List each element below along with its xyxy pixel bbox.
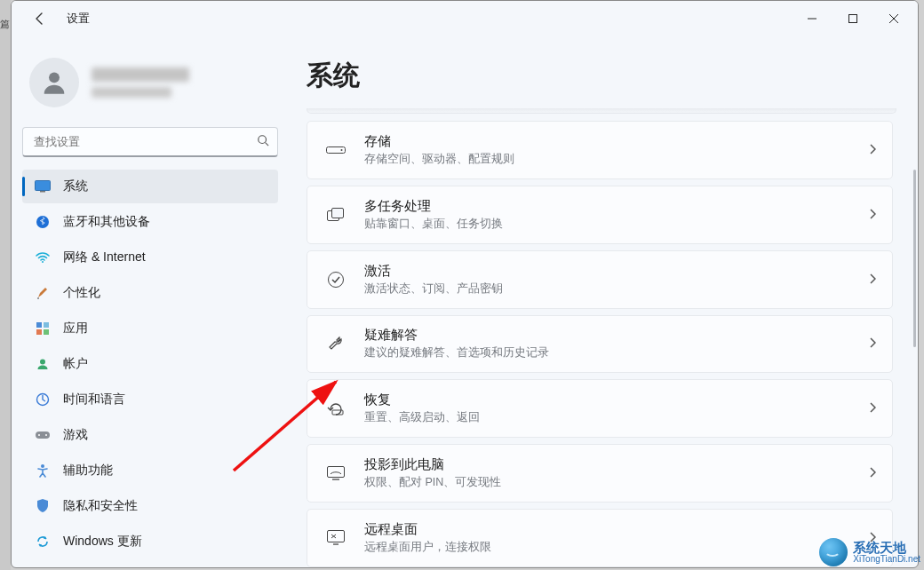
card-projecting[interactable]: 投影到此电脑权限、配对 PIN、可发现性 [307,444,893,503]
search-icon [257,134,269,150]
card-sub: 权限、配对 PIN、可发现性 [364,475,501,490]
card-title: 激活 [364,263,503,280]
nav-time-language[interactable]: 时间和语言 [22,383,278,416]
recovery-icon [323,400,348,416]
scrollbar-thumb[interactable] [913,170,916,347]
nav-bluetooth[interactable]: 蓝牙和其他设备 [22,205,278,239]
gamepad-icon [35,427,51,443]
nav-personalization[interactable]: 个性化 [22,276,278,310]
nav-privacy[interactable]: 隐私和安全性 [22,489,278,523]
profile-text [92,67,189,98]
card-sub: 重置、高级启动、返回 [364,410,480,425]
card-recovery[interactable]: 恢复重置、高级启动、返回 [307,379,893,438]
page-title: 系统 [307,58,896,94]
remote-desktop-icon [323,530,348,546]
maximize-icon [848,14,857,23]
card-activation[interactable]: 激活激活状态、订阅、产品密钥 [307,250,893,309]
wrench-icon [323,335,348,352]
card-sub: 存储空间、驱动器、配置规则 [364,152,514,167]
nav-system[interactable]: 系统 [22,170,278,203]
svg-rect-24 [328,531,345,542]
main-content: 系统 存储存储空间、驱动器、配置规则 多任务处理贴靠窗口、桌面、任务切换 激活激… [289,36,918,567]
nav-apps[interactable]: 应用 [22,312,278,345]
profile-name-redacted [92,67,189,82]
close-button[interactable] [873,4,914,33]
svg-rect-0 [849,15,857,23]
svg-rect-9 [36,329,42,335]
nav-accounts[interactable]: 帐户 [22,347,278,381]
svg-rect-8 [44,322,49,328]
nav-label: 应用 [63,321,88,336]
card-sub: 建议的疑难解答、首选项和历史记录 [364,345,549,360]
maximize-button[interactable] [832,4,873,33]
card-sub: 激活状态、订阅、产品密钥 [364,281,503,297]
card-title: 投影到此电脑 [364,456,501,473]
svg-rect-4 [40,191,45,193]
card-title: 存储 [364,133,514,150]
nav-label: 时间和语言 [63,392,125,408]
projecting-icon [323,466,348,480]
svg-rect-10 [44,329,49,335]
nav-label: 系统 [63,178,88,194]
brush-icon [35,285,51,301]
chevron-right-icon [869,400,876,416]
storage-icon [323,145,348,155]
card-title: 远程桌面 [364,521,491,538]
arrow-left-icon [33,12,47,26]
svg-point-1 [49,72,60,83]
svg-point-14 [38,434,40,436]
card-storage[interactable]: 存储存储空间、驱动器、配置规则 [307,121,893,179]
minimize-icon [808,14,816,23]
profile-email-redacted [92,87,171,98]
nav-accessibility[interactable]: 辅助功能 [22,454,278,487]
watermark-label: 系统天地 [853,541,920,554]
nav-gaming[interactable]: 游戏 [22,418,278,452]
back-button[interactable] [26,4,54,33]
globe-icon [819,538,848,566]
nav-label: 隐私和安全性 [63,498,138,514]
settings-window: 设置 [11,0,919,568]
avatar [29,58,79,107]
accessibility-icon [35,463,51,479]
nav-label: 辅助功能 [63,463,113,479]
account-icon [35,356,51,372]
svg-rect-3 [36,181,51,191]
shield-icon [35,498,51,514]
card-sub: 贴靠窗口、桌面、任务切换 [364,217,503,232]
multitask-icon [323,208,348,222]
profile[interactable] [22,51,278,123]
update-icon [35,534,51,550]
search-input[interactable] [22,127,278,157]
card-remote-desktop[interactable]: 远程桌面远程桌面用户，连接权限 [307,509,893,567]
sidebar: 系统 蓝牙和其他设备 网络 & Internet 个性化 应用 [12,36,289,567]
card-multitasking[interactable]: 多任务处理贴靠窗口、桌面、任务切换 [307,186,893,244]
svg-rect-7 [36,322,42,328]
watermark: 系统天地 XiTongTianDi.net [819,538,920,566]
card-sub: 远程桌面用户，连接权限 [364,540,491,555]
chevron-right-icon [869,465,876,481]
svg-rect-20 [332,208,344,218]
nav-windows-update[interactable]: Windows 更新 [22,525,278,558]
nav-label: 帐户 [63,356,88,372]
bluetooth-icon [35,214,51,230]
chevron-right-icon [869,272,876,288]
card-troubleshoot[interactable]: 疑难解答建议的疑难解答、首选项和历史记录 [307,315,893,374]
person-icon [39,67,69,98]
chevron-right-icon [869,142,876,158]
wifi-icon [35,249,51,265]
chevron-right-icon [869,336,876,352]
nav-label: Windows 更新 [63,534,142,550]
svg-point-15 [45,434,47,436]
svg-point-16 [41,464,44,468]
nav-network[interactable]: 网络 & Internet [22,241,278,274]
watermark-url: XiTongTianDi.net [853,554,920,564]
minimize-button[interactable] [792,4,832,33]
check-circle-icon [323,271,348,289]
nav-label: 游戏 [63,427,88,443]
svg-rect-13 [36,431,50,439]
settings-list: 存储存储空间、驱动器、配置规则 多任务处理贴靠窗口、桌面、任务切换 激活激活状态… [307,121,896,567]
titlebar: 设置 [12,1,918,36]
svg-point-6 [42,261,44,263]
nav-label: 网络 & Internet [63,249,146,265]
apps-icon [35,321,51,336]
